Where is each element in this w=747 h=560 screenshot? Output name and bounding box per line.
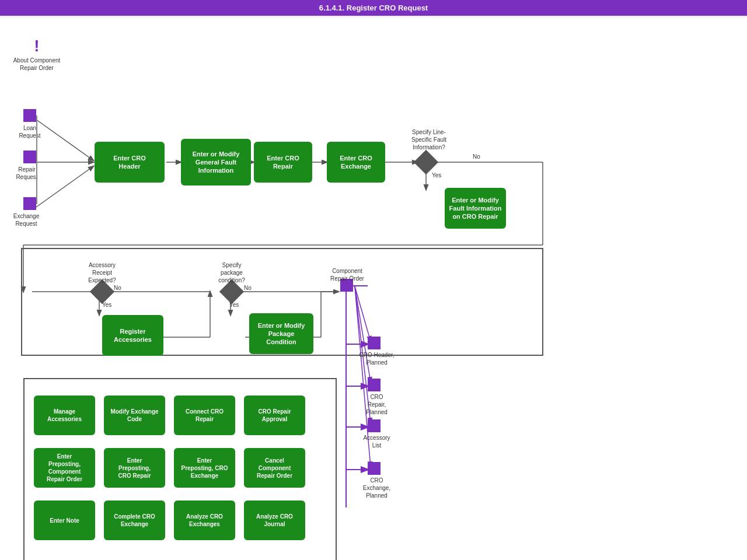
end-label-cro-header-planned: CRO Header,Planned (355, 351, 399, 366)
title-text: 6.1.4.1. Register CRO Request (319, 4, 428, 12)
end-node-cro-exchange-planned (368, 462, 381, 475)
start-node-exchange (23, 197, 36, 210)
line-label-no3: No (244, 285, 252, 291)
process-enter-cro-repair[interactable]: Enter CRORepair (254, 142, 312, 183)
about-icon: ! (34, 38, 39, 54)
action-enter-preposting-cro-exchange[interactable]: EnterPreposting, CROExchange (174, 448, 235, 488)
action-enter-preposting-cro-repair[interactable]: EnterPreposting,CRO Repair (104, 448, 165, 488)
start-label-repair: RepairRequest (8, 166, 46, 181)
diamond-label-accessory-receipt: AccessoryReceiptExpected? (79, 261, 125, 284)
process-enter-cro-header[interactable]: Enter CROHeader (95, 142, 165, 183)
start-node-loan (23, 109, 36, 122)
action-enter-note[interactable]: Enter Note (34, 501, 95, 540)
start-label-loan: LoanRequest (11, 124, 49, 139)
process-enter-modify-fault-cro-repair[interactable]: Enter or ModifyFault Informationon CRO R… (445, 188, 506, 229)
about-node: ! About Component Repair Order (11, 38, 63, 72)
main-canvas: ! About Component Repair Order LoanReque… (0, 18, 747, 560)
diamond-label-specify-line-fault: Specify Line-Specific FaultInformation? (403, 128, 455, 151)
start-label-exchange: ExchangeRequest (5, 212, 48, 228)
end-node-accessory-list (368, 419, 381, 432)
process-enter-modify-general-fault[interactable]: Enter or ModifyGeneral FaultInformation (181, 139, 251, 186)
end-label-accessory-list: AccessoryList (355, 434, 399, 449)
line-label-yes3: Yes (229, 302, 239, 308)
line-label-yes1: Yes (432, 172, 441, 178)
action-analyze-cro-journal[interactable]: Analyze CROJournal (244, 501, 305, 540)
line-label-no2: No (114, 285, 121, 291)
process-enter-modify-package-condition[interactable]: Enter or ModifyPackageCondition (249, 313, 313, 354)
line-label-yes2: Yes (102, 302, 111, 308)
action-analyze-cro-exchanges[interactable]: Analyze CROExchanges (174, 501, 235, 540)
title-bar: 6.1.4.1. Register CRO Request (0, 0, 747, 16)
line-label-no1: No (473, 153, 480, 160)
start-bracket (36, 116, 37, 204)
action-modify-exchange-code[interactable]: Modify ExchangeCode (104, 396, 165, 435)
action-cancel-component-repair-order[interactable]: CancelComponentRepair Order (244, 448, 305, 488)
action-complete-cro-exchange[interactable]: Complete CROExchange (104, 501, 165, 540)
action-manage-accessories[interactable]: ManageAccessories (34, 396, 95, 435)
end-label-cro-exchange-planned: CROExchange,Planned (355, 477, 399, 499)
start-node-repair (23, 150, 36, 163)
action-connect-cro-repair[interactable]: Connect CRORepair (174, 396, 235, 435)
diamond-label-specify-package: Specifypackagecondition? (208, 261, 255, 284)
diamond-specify-line-fault (414, 150, 438, 174)
end-label-component-repair-order: ComponentRepair Order (324, 267, 371, 282)
end-node-cro-header-planned (368, 337, 381, 349)
end-label-cro-repair-planned: CRORepair,Planned (355, 393, 399, 416)
action-cro-repair-approval[interactable]: CRO RepairApproval (244, 396, 305, 435)
about-label: About Component Repair Order (11, 57, 63, 72)
process-register-accessories[interactable]: RegisterAccessories (102, 315, 163, 356)
end-node-cro-repair-planned (368, 379, 381, 391)
action-enter-preposting-cro[interactable]: EnterPreposting,ComponentRepair Order (34, 448, 95, 488)
process-enter-cro-exchange[interactable]: Enter CROExchange (327, 142, 385, 183)
